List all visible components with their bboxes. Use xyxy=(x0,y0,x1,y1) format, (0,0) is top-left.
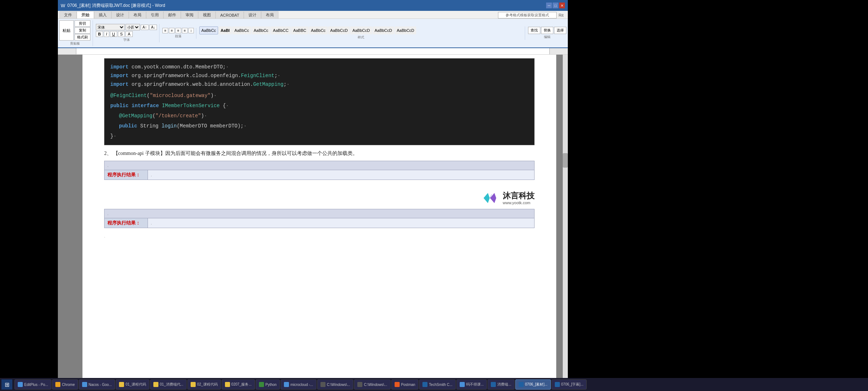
folder2-icon xyxy=(153,382,158,387)
table1-result-label: 程序执行结果： xyxy=(105,170,148,180)
svg-marker-1 xyxy=(490,193,496,203)
tab-design[interactable]: 设计 xyxy=(111,11,129,18)
restore-button[interactable]: □ xyxy=(553,3,558,8)
font-size-select[interactable]: 小四 xyxy=(125,24,140,30)
tab-layout[interactable]: 布局 xyxy=(129,11,146,18)
font-color-button[interactable]: A xyxy=(125,31,132,37)
taskbar-python[interactable]: Python xyxy=(256,379,280,390)
style-heading8[interactable]: AaBbCcD xyxy=(350,26,372,34)
bottom-dot: . xyxy=(104,232,535,240)
style-normal[interactable]: AaBbCc xyxy=(199,26,218,34)
tab-acrobat[interactable]: ACROBAT xyxy=(216,11,244,18)
line-spacing-button[interactable]: ↕ xyxy=(188,28,194,33)
taskbar-code3[interactable]: 02_课程代码 xyxy=(187,379,221,390)
taskbar-chat[interactable]: 吗不得课... xyxy=(456,379,487,390)
logo-icon xyxy=(480,190,500,206)
taskbar-nacos[interactable]: Nacos - Goo... xyxy=(79,379,115,390)
taskbar-code1[interactable]: 01_课程代码 xyxy=(116,379,149,390)
table1-code-cell: . xyxy=(105,161,535,170)
align-right-button[interactable]: ≡ xyxy=(175,28,181,33)
taskbar-editplus[interactable]: EditPlus - Po... xyxy=(14,379,51,390)
taskbar-consumer[interactable]: 消费端... xyxy=(488,379,514,390)
style-heading2[interactable]: AaBbCc xyxy=(232,26,251,34)
align-center-button[interactable]: ≡ xyxy=(169,28,175,33)
replace-button[interactable]: 替换 xyxy=(541,27,553,34)
editing-label: 编辑 xyxy=(528,35,566,39)
explorer1-icon xyxy=(320,382,326,387)
folder4-icon xyxy=(225,382,230,387)
doc-area: import com.yootk.common.dto.MemberDTO;· … xyxy=(58,55,568,383)
taskbar-windows2[interactable]: C:\Windows\... xyxy=(354,379,390,390)
style-heading7[interactable]: AaBbCcD xyxy=(328,26,350,34)
font-controls: 宋体 小四 A↑ A↓ xyxy=(96,24,157,30)
style-heading1[interactable]: AaBl xyxy=(218,26,232,34)
taskbar-0706-subtitle[interactable]: 0706_[字幕]... xyxy=(552,379,587,390)
style-heading6[interactable]: AaBbCc xyxy=(309,26,328,34)
paste-button[interactable]: 粘贴 xyxy=(59,20,74,41)
taskbar-windows1[interactable]: C:\Windows\... xyxy=(317,379,353,390)
tab-references[interactable]: 引用 xyxy=(146,11,163,18)
underline-button[interactable]: U xyxy=(110,31,117,37)
font-grow-button[interactable]: A↑ xyxy=(141,25,149,30)
taskbar-0207[interactable]: 0207_服务... xyxy=(222,379,255,390)
clipboard-label: 剪贴板 xyxy=(59,41,90,46)
tab-home[interactable]: 开始 xyxy=(77,11,94,18)
scroll-thumb[interactable] xyxy=(563,153,568,168)
style-heading5[interactable]: AaBBC xyxy=(291,26,309,34)
tab-view[interactable]: 视图 xyxy=(198,11,216,18)
taskbar-techsmith[interactable]: TechSmith C... xyxy=(419,379,456,390)
font-shrink-button[interactable]: A↓ xyxy=(149,25,157,30)
main-window: W 0706_[素材] 消费端获取JWT.doc [兼容模式] - Word ─… xyxy=(58,0,568,391)
search-box: 参考格式模板获取设置格式 xyxy=(498,12,557,18)
title-bar-title: 0706_[素材] 消费端获取JWT.doc [兼容模式] - Word xyxy=(67,3,165,9)
justify-button[interactable]: ≡ xyxy=(182,28,188,33)
taskbar-chrome[interactable]: Chrome xyxy=(52,379,78,390)
logo-url: www.yootk.com xyxy=(503,201,535,205)
copy-button[interactable]: 复制 xyxy=(75,27,90,34)
chrome-icon xyxy=(55,382,60,387)
explorer2-icon xyxy=(357,382,362,387)
tab-design2[interactable]: 设计 xyxy=(244,11,261,18)
tab-review[interactable]: 审阅 xyxy=(181,11,198,18)
strikethrough-button[interactable]: S xyxy=(118,31,125,37)
scrollbar[interactable] xyxy=(563,55,568,383)
align-left-button[interactable]: ≡ xyxy=(162,28,168,33)
style-heading10[interactable]: AaBbCcD xyxy=(395,26,416,34)
taskbar-0706-active[interactable]: 0706_[素材]... xyxy=(515,379,551,390)
find-button[interactable]: 查找 xyxy=(528,27,540,34)
table2-result-content: . xyxy=(148,218,535,228)
tab-mail[interactable]: 邮件 xyxy=(163,11,181,18)
taskbar-code2[interactable]: 01_消费端代... xyxy=(150,379,187,390)
bold-button[interactable]: B xyxy=(96,31,103,37)
style-heading3[interactable]: AaBbCc xyxy=(252,26,271,34)
cut-button[interactable]: 剪切 xyxy=(75,20,90,27)
table2-row1: . xyxy=(105,209,535,218)
minimize-button[interactable]: ─ xyxy=(546,3,552,8)
code-line-2: import org.springframework.cloud.openfei… xyxy=(110,72,528,80)
style-heading9[interactable]: AaBbCcD xyxy=(373,26,394,34)
table1-row1: . xyxy=(105,161,535,170)
title-bar-left: W 0706_[素材] 消费端获取JWT.doc [兼容模式] - Word xyxy=(61,3,165,9)
taskbar: ⊞ EditPlus - Po... Chrome Nacos - Goo...… xyxy=(0,378,868,391)
italic-button[interactable]: I xyxy=(104,31,109,37)
table1-code-dot: . xyxy=(107,163,109,168)
code-line-6: @GetMapping("/token/create")· xyxy=(110,112,528,121)
font-family-select[interactable]: 宋体 xyxy=(96,24,125,30)
taskbar-postman[interactable]: Postman xyxy=(391,379,418,390)
format-painter-button[interactable]: 格式刷 xyxy=(75,34,90,41)
table1-result-content: . xyxy=(148,170,535,180)
tab-file[interactable]: 文件 xyxy=(59,11,77,18)
style-heading4[interactable]: AaBbCC xyxy=(271,26,291,34)
tab-insert[interactable]: 插入 xyxy=(94,11,111,18)
start-button[interactable]: ⊞ xyxy=(1,379,12,390)
code-block: import com.yootk.common.dto.MemberDTO;· … xyxy=(104,58,535,145)
close-button[interactable]: ✕ xyxy=(559,3,565,8)
tab-layout2[interactable]: 布局 xyxy=(261,11,278,18)
table2-code-cell: . xyxy=(105,209,535,218)
microcloud-icon xyxy=(284,382,289,387)
user-name: Rit xyxy=(559,13,563,17)
code-line-5: public interface IMemberTokenService {· xyxy=(110,102,528,110)
select-button[interactable]: 选择 xyxy=(554,27,566,34)
taskbar-microcloud[interactable]: microcloud -... xyxy=(281,379,316,390)
top-right-tools: 参考格式模板获取设置格式 Rit xyxy=(495,12,566,18)
